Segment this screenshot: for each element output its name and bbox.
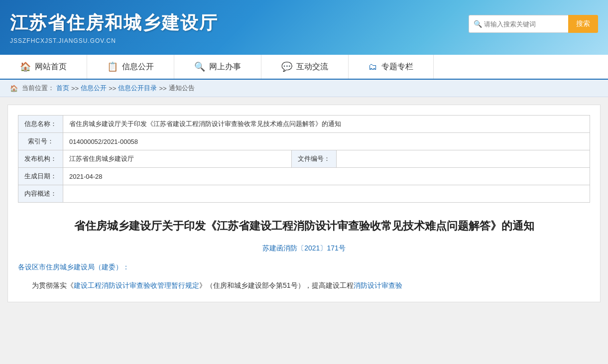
nav-item-home[interactable]: 🏠 网站首页	[0, 55, 87, 79]
breadcrumb-separator-1: >>	[71, 85, 79, 92]
value-date: 2021-04-28	[63, 168, 590, 185]
breadcrumb-separator-3: >>	[159, 85, 166, 92]
article-recipient: 各设区市住房城乡建设局（建委）：	[18, 263, 590, 272]
breadcrumb-current-page: 通知公告	[169, 84, 195, 93]
special-icon: 🗂	[368, 62, 377, 72]
breadcrumb-home-link[interactable]: 首页	[56, 84, 69, 93]
nav-label-home: 网站首页	[35, 62, 67, 72]
nav-label-info: 信息公开	[122, 62, 154, 72]
article-highlight-2: 消防设计审查验	[354, 281, 402, 289]
nav-label-online: 网上办事	[209, 62, 241, 72]
home-icon: 🏠	[20, 61, 31, 72]
label-file-no: 文件编号：	[292, 150, 337, 168]
nav-item-special[interactable]: 🗂 专题专栏	[349, 55, 434, 79]
nav-item-online[interactable]: 🔍 网上办事	[174, 55, 261, 79]
value-file-no	[337, 150, 590, 168]
search-icon: 🔍	[474, 20, 482, 28]
nav-label-special: 专题专栏	[381, 62, 413, 72]
table-row-summary: 内容概述：	[18, 185, 590, 203]
main-content: 信息名称： 省住房城乡建设厅关于印发《江苏省建设工程消防设计审查验收常见技术难点…	[7, 105, 601, 302]
search-button[interactable]: 搜索	[568, 15, 598, 33]
breadcrumb-home-icon: 🏠	[10, 85, 18, 92]
breadcrumb: 🏠 当前位置： 首页 >> 信息公开 >> 信息公开目录 >> 通知公告	[0, 80, 608, 97]
value-summary	[63, 185, 590, 203]
article-body: 为贯彻落实《建设工程消防设计审查验收管理暂行规定》（住房和城乡建设部令第51号）…	[18, 279, 590, 292]
nav-label-interact: 互动交流	[296, 62, 328, 72]
nav-item-interact[interactable]: 💬 互动交流	[261, 55, 349, 79]
article-doc-no: 苏建函消防〔2021〕171号	[18, 244, 590, 253]
label-date: 生成日期：	[18, 168, 63, 185]
article-body-text-2: 》（住房和城乡建设部令第51号），提高建设工程	[199, 281, 354, 289]
label-publisher: 发布机构：	[18, 150, 63, 168]
value-index: 014000052/2021-00058	[63, 133, 590, 150]
table-row-title: 信息名称： 省住房城乡建设厅关于印发《江苏省建设工程消防设计审查验收常见技术难点…	[18, 116, 590, 133]
main-nav: 🏠 网站首页 📋 信息公开 🔍 网上办事 💬 互动交流 🗂 专题专栏	[0, 55, 608, 80]
table-row-publisher: 发布机构： 江苏省住房城乡建设厅 文件编号：	[18, 150, 590, 168]
label-info-title: 信息名称：	[18, 116, 63, 133]
breadcrumb-catalog-link[interactable]: 信息公开目录	[118, 84, 157, 93]
interact-icon: 💬	[281, 61, 292, 72]
site-header: 江苏省住房和城乡建设厅 JSSZFHCXJST.JIANGSU.GOV.CN 🔍…	[0, 0, 608, 55]
breadcrumb-info-link[interactable]: 信息公开	[81, 84, 107, 93]
site-subtitle: JSSZFHCXJST.JIANGSU.GOV.CN	[10, 37, 598, 44]
value-publisher: 江苏省住房城乡建设厅	[63, 150, 292, 168]
search-input[interactable]	[469, 15, 568, 33]
breadcrumb-current-label: 当前位置：	[22, 84, 54, 93]
breadcrumb-separator-2: >>	[109, 85, 116, 92]
article-body-text: 为贯彻落实《	[32, 281, 74, 289]
article-highlight-1: 建设工程消防设计审查验收管理暂行规定	[74, 281, 199, 289]
nav-item-info[interactable]: 📋 信息公开	[87, 55, 174, 79]
header-search: 🔍 搜索	[469, 15, 598, 33]
info-table: 信息名称： 省住房城乡建设厅关于印发《江苏省建设工程消防设计审查验收常见技术难点…	[18, 115, 590, 203]
online-icon: 🔍	[194, 61, 205, 72]
article-title: 省住房城乡建设厅关于印发《江苏省建设工程消防设计审查验收常见技术难点问题解答》的…	[18, 218, 590, 234]
table-row-index: 索引号： 014000052/2021-00058	[18, 133, 590, 150]
label-index: 索引号：	[18, 133, 63, 150]
label-summary: 内容概述：	[18, 185, 63, 203]
info-icon: 📋	[107, 61, 118, 72]
value-info-title: 省住房城乡建设厅关于印发《江苏省建设工程消防设计审查验收常见技术难点问题解答》的…	[63, 116, 590, 133]
table-row-date: 生成日期： 2021-04-28	[18, 168, 590, 185]
